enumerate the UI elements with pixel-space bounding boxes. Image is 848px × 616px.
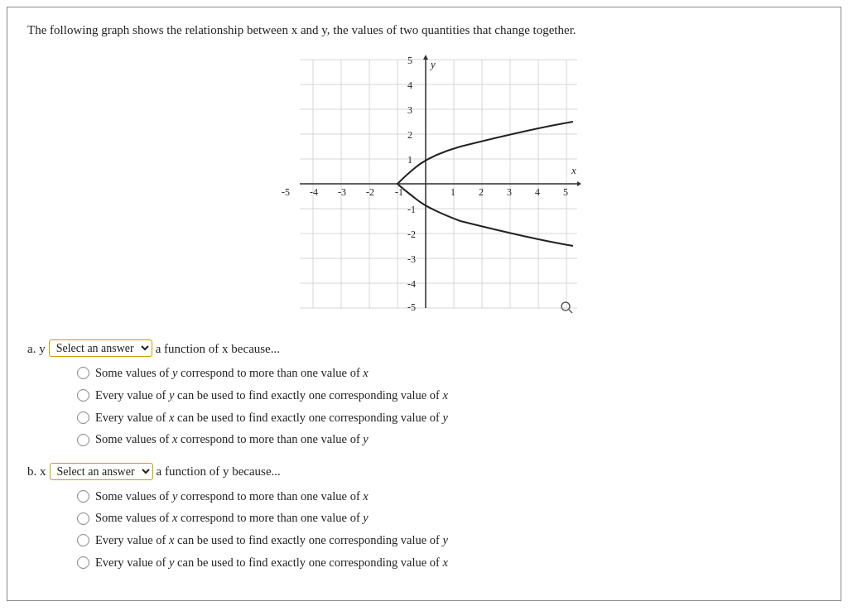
part-b-option-3-text: Every value of x can be used to find exa… <box>95 532 448 550</box>
svg-text:-3: -3 <box>407 253 416 265</box>
svg-text:-2: -2 <box>366 186 374 198</box>
graph-svg: x y -5 -4 -3 -2 -1 1 2 3 4 5 <box>267 51 581 325</box>
part-b-option-2: Some values of x correspond to more than… <box>77 509 821 527</box>
part-a-section: a. y Select an answer is is not a functi… <box>27 339 821 450</box>
part-b-radio-4[interactable] <box>77 556 89 569</box>
part-a-option-1-text: Some values of y correspond to more than… <box>95 364 369 383</box>
part-b-suffix: a function of y because... <box>157 462 281 481</box>
svg-text:-2: -2 <box>407 229 416 240</box>
part-a-option-3-text: Every value of x can be used to find exa… <box>95 409 448 427</box>
svg-text:-5: -5 <box>282 186 290 198</box>
svg-text:5: 5 <box>563 186 568 198</box>
graph-wrap: x y -5 -4 -3 -2 -1 1 2 3 4 5 <box>267 51 581 325</box>
svg-text:4: 4 <box>407 79 412 91</box>
part-b-label: b. x Select an answer is is not a functi… <box>27 462 821 481</box>
part-b-radio-1[interactable] <box>77 490 89 503</box>
part-b-section: b. x Select an answer is is not a functi… <box>27 462 821 572</box>
part-a-options: Some values of y correspond to more than… <box>77 364 821 449</box>
svg-text:-4: -4 <box>310 186 318 198</box>
part-b-options: Some values of y correspond to more than… <box>77 488 821 572</box>
part-a-option-1: Some values of y correspond to more than… <box>77 364 821 383</box>
svg-text:1: 1 <box>407 154 412 166</box>
part-a-prefix: a. y <box>27 339 46 359</box>
part-a-radio-4[interactable] <box>77 434 89 446</box>
part-b-option-3: Every value of x can be used to find exa… <box>77 532 821 550</box>
part-b-option-4-text: Every value of y can be used to find exa… <box>95 554 448 572</box>
svg-text:x: x <box>571 164 576 176</box>
part-a-radio-1[interactable] <box>77 367 89 379</box>
part-b-radio-2[interactable] <box>77 513 89 525</box>
svg-text:4: 4 <box>535 186 540 198</box>
svg-text:1: 1 <box>450 186 455 198</box>
part-a-suffix: a function of x because... <box>156 339 280 359</box>
part-a-radio-2[interactable] <box>77 389 89 402</box>
part-b-option-4: Every value of y can be used to find exa… <box>77 554 821 572</box>
graph-container: x y -5 -4 -3 -2 -1 1 2 3 4 5 <box>27 51 821 325</box>
zoom-icon <box>561 302 572 313</box>
svg-marker-24 <box>423 55 428 60</box>
part-b-option-1: Some values of y correspond to more than… <box>77 488 821 506</box>
part-b-option-1-text: Some values of y correspond to more than… <box>95 488 369 506</box>
part-b-radio-3[interactable] <box>77 534 89 546</box>
part-b-dropdown[interactable]: Select an answer is is not <box>50 463 153 480</box>
svg-text:-3: -3 <box>338 186 346 198</box>
svg-marker-23 <box>577 181 581 186</box>
part-b-prefix: b. x <box>27 462 46 481</box>
svg-text:3: 3 <box>507 186 512 198</box>
svg-text:5: 5 <box>407 55 412 66</box>
part-a-radio-3[interactable] <box>77 411 89 424</box>
part-a-option-4-text: Some values of x correspond to more than… <box>95 431 369 449</box>
content-panel: The following graph shows the relationsh… <box>7 7 841 601</box>
part-a-option-2-text: Every value of y can be used to find exa… <box>95 387 448 405</box>
svg-text:3: 3 <box>407 104 412 116</box>
part-a-option-4: Some values of x correspond to more than… <box>77 431 821 449</box>
svg-text:2: 2 <box>479 186 484 198</box>
svg-point-47 <box>561 302 570 310</box>
svg-text:-5: -5 <box>407 301 416 313</box>
svg-text:y: y <box>429 58 436 70</box>
intro-text: The following graph shows the relationsh… <box>27 21 821 40</box>
svg-text:-4: -4 <box>407 278 416 290</box>
part-a-option-3: Every value of x can be used to find exa… <box>77 409 821 427</box>
svg-text:-1: -1 <box>407 204 416 215</box>
svg-line-48 <box>569 310 572 313</box>
part-b-option-2-text: Some values of x correspond to more than… <box>95 509 369 527</box>
part-a-option-2: Every value of y can be used to find exa… <box>77 387 821 405</box>
svg-text:2: 2 <box>407 129 412 141</box>
part-a-dropdown[interactable]: Select an answer is is not <box>49 339 152 357</box>
part-a-label: a. y Select an answer is is not a functi… <box>27 339 821 359</box>
